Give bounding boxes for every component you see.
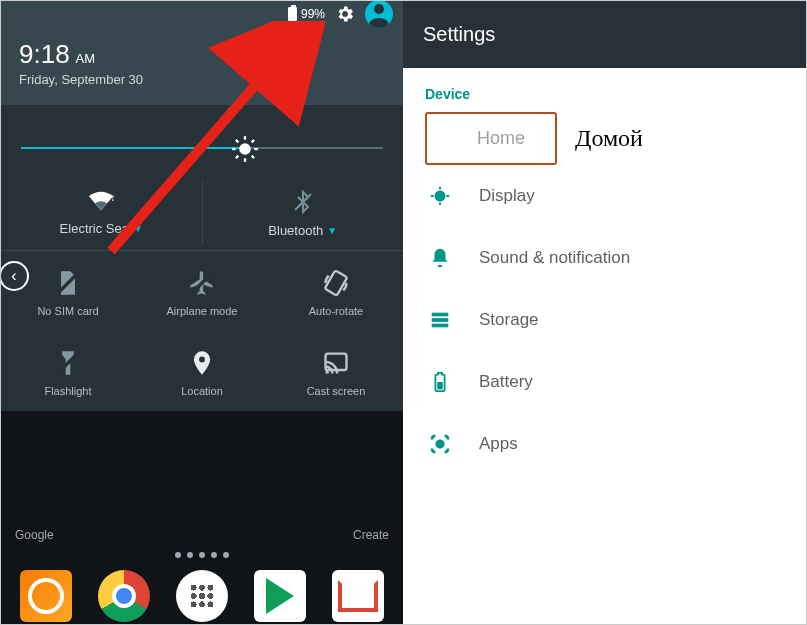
home-screen: Google Create	[1, 411, 403, 625]
svg-point-0	[240, 143, 252, 155]
tile-cast[interactable]: Cast screen	[269, 331, 403, 411]
svg-rect-18	[432, 313, 449, 317]
settings-item-home[interactable]: Home	[425, 112, 557, 165]
clock-date: Friday, September 30	[19, 72, 385, 87]
primary-toggles-row: ↕ Electric Sea▼ Bluetooth▼	[1, 181, 403, 251]
brightness-slider[interactable]	[21, 125, 383, 173]
settings-item-storage[interactable]: Storage	[403, 289, 806, 351]
autorotate-icon	[322, 269, 350, 297]
svg-line-7	[236, 156, 238, 158]
bluetooth-toggle[interactable]: Bluetooth▼	[202, 181, 404, 244]
apps-icon	[429, 433, 451, 455]
cast-icon	[322, 349, 350, 377]
tile-label: No SIM card	[37, 305, 98, 317]
battery-icon	[429, 371, 451, 393]
clock-block: 9:18 AM Friday, September 30	[1, 25, 403, 105]
app-icon-gmail[interactable]	[332, 570, 384, 622]
bluetooth-off-icon	[291, 189, 315, 215]
search-right-label: Create	[353, 528, 389, 542]
tile-label: Flashlight	[44, 385, 91, 397]
svg-rect-13	[325, 270, 348, 295]
brightness-icon[interactable]	[231, 135, 259, 163]
battery-icon	[288, 7, 297, 21]
settings-item-label: Storage	[479, 310, 539, 330]
settings-item-apps[interactable]: Apps	[403, 413, 806, 475]
settings-item-label: Sound & notification	[479, 248, 630, 268]
svg-rect-21	[437, 382, 443, 389]
app-icon-browser[interactable]	[20, 570, 72, 622]
settings-item-display[interactable]: Display	[403, 165, 806, 227]
app-icon-play-store[interactable]	[254, 570, 306, 622]
user-avatar-icon[interactable]	[365, 0, 393, 28]
settings-gear-icon[interactable]	[335, 4, 355, 24]
search-widget[interactable]: Google Create	[1, 524, 403, 542]
dock	[1, 564, 403, 625]
settings-title: Settings	[403, 1, 806, 68]
airplane-icon	[188, 269, 216, 297]
tile-location[interactable]: Location	[135, 331, 269, 411]
svg-rect-20	[432, 324, 449, 328]
battery-percent: 99%	[301, 7, 325, 21]
qs-inner: 99% 9:18 AM Friday, September 30	[1, 1, 403, 411]
settings-item-label: Display	[479, 186, 535, 206]
clock-time: 9:18	[19, 39, 70, 70]
svg-point-17	[435, 191, 446, 202]
settings-item-battery[interactable]: Battery	[403, 351, 806, 413]
display-icon	[429, 185, 451, 207]
bell-icon	[429, 247, 451, 269]
status-bar: 99%	[1, 1, 403, 25]
flashlight-icon	[54, 349, 82, 377]
app-icon-chrome[interactable]	[98, 570, 150, 622]
wifi-icon: ↕	[86, 189, 116, 213]
home-translation-label: Домой	[575, 125, 643, 152]
settings-item-label: Home	[477, 128, 525, 149]
settings-item-label: Battery	[479, 372, 533, 392]
clock-ampm: AM	[76, 51, 96, 66]
sim-off-icon	[54, 269, 82, 297]
storage-icon	[429, 309, 451, 331]
battery-indicator: 99%	[288, 7, 325, 21]
svg-rect-19	[432, 318, 449, 322]
svg-line-6	[252, 156, 254, 158]
section-header-device: Device	[403, 68, 806, 112]
settings-screen: Settings Device Home Домой Display Sound…	[403, 1, 806, 625]
svg-line-8	[252, 140, 254, 142]
bluetooth-label: Bluetooth	[268, 223, 323, 238]
tile-label: Cast screen	[307, 385, 366, 397]
svg-line-5	[236, 140, 238, 142]
app-drawer-button[interactable]	[176, 570, 228, 622]
tile-label: Auto-rotate	[309, 305, 363, 317]
tile-airplane[interactable]: Airplane mode	[135, 251, 269, 331]
settings-item-label: Apps	[479, 434, 518, 454]
back-button[interactable]: ‹	[0, 261, 29, 291]
quick-settings-panel: 99% 9:18 AM Friday, September 30	[1, 1, 403, 625]
search-left-label: Google	[15, 528, 54, 542]
wifi-label: Electric Sea	[60, 221, 129, 236]
location-icon	[188, 349, 216, 377]
page-indicator	[1, 542, 403, 564]
chevron-down-icon: ▼	[327, 225, 337, 236]
wifi-toggle[interactable]: ↕ Electric Sea▼	[1, 181, 202, 244]
tiles-grid: ‹ No SIM card Airplane mode Auto-rotate …	[1, 251, 403, 411]
tile-flashlight[interactable]: Flashlight	[1, 331, 135, 411]
settings-item-sound[interactable]: Sound & notification	[403, 227, 806, 289]
chevron-down-icon: ▼	[133, 223, 143, 234]
tile-label: Location	[181, 385, 223, 397]
tile-label: Airplane mode	[167, 305, 238, 317]
tile-autorotate[interactable]: Auto-rotate	[269, 251, 403, 331]
svg-text:↕: ↕	[111, 192, 116, 203]
